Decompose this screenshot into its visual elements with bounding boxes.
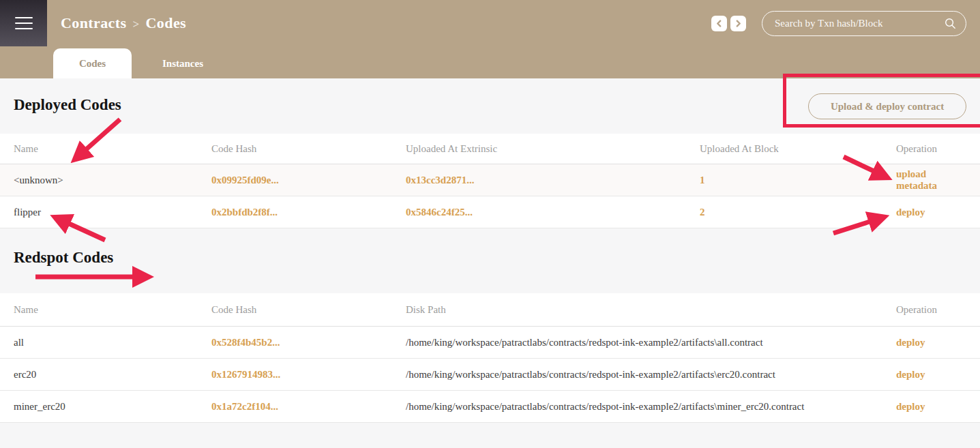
redspot-table-header: Name Code Hash Disk Path Operation [0,293,980,327]
column-header-disk-path: Disk Path [406,304,896,316]
table-row: miner_erc20 0x1a72c2f104... /home/king/w… [0,391,980,423]
column-header-code-hash: Code Hash [211,304,406,316]
table-row: erc20 0x1267914983... /home/king/workspa… [0,359,980,391]
column-header-uploaded-at-block: Uploaded At Block [700,143,896,155]
operation-deploy-link[interactable]: deploy [896,207,966,218]
code-name: miner_erc20 [14,401,211,413]
chevron-left-icon [715,20,723,27]
code-hash-link[interactable]: 0x528f4b45b2... [211,337,406,348]
column-header-code-hash: Code Hash [211,143,406,155]
deployed-codes-section-head: Deployed Codes Upload & deploy contract [0,78,980,134]
search-input[interactable] [775,18,944,29]
disk-path: /home/king/workspace/patractlabs/contrac… [406,401,896,413]
redspot-codes-title: Redspot Codes [14,249,113,267]
hamburger-icon [15,23,33,24]
hamburger-icon [15,28,33,29]
code-hash-link[interactable]: 0x2bbfdb2f8f... [211,207,406,218]
code-name: erc20 [14,369,211,380]
table-row: all 0x528f4b45b2... /home/king/workspace… [0,327,980,359]
column-header-operation: Operation [896,143,966,155]
column-header-name: Name [14,143,211,155]
breadcrumb: Contracts > Codes [61,14,186,32]
breadcrumb-page: Codes [146,14,186,32]
search-icon[interactable] [944,17,957,30]
operation-deploy-link[interactable]: deploy [896,401,966,413]
block-link[interactable]: 2 [700,207,896,218]
prev-button[interactable] [711,16,727,31]
tab-instances[interactable]: Instances [132,48,234,78]
breadcrumb-section[interactable]: Contracts [61,14,126,32]
tab-bar: Codes Instances [0,46,980,78]
hamburger-menu-button[interactable] [0,0,47,46]
extrinsic-link[interactable]: 0x5846c24f25... [406,207,700,218]
redspot-codes-section-head: Redspot Codes [0,228,980,293]
column-header-operation: Operation [896,304,966,316]
operation-deploy-link[interactable]: deploy [896,337,966,348]
code-name: all [14,337,211,348]
code-hash-link[interactable]: 0x09925fd09e... [211,175,406,186]
table-row: <unknown> 0x09925fd09e... 0x13cc3d2871..… [0,164,980,196]
deployed-codes-title: Deployed Codes [14,96,121,114]
code-name: flipper [14,207,211,218]
disk-path: /home/king/workspace/patractlabs/contrac… [406,337,896,348]
code-hash-link[interactable]: 0x1267914983... [211,369,406,380]
operation-upload-metadata-link[interactable]: upload metadata [896,168,966,192]
code-hash-link[interactable]: 0x1a72c2f104... [211,401,406,413]
deployed-table-header: Name Code Hash Uploaded At Extrinsic Upl… [0,134,980,164]
chevron-right-icon [734,20,742,27]
deployed-codes-table: Name Code Hash Uploaded At Extrinsic Upl… [0,134,980,228]
redspot-codes-table: Name Code Hash Disk Path Operation all 0… [0,293,980,423]
code-name: <unknown> [14,175,211,186]
extrinsic-link[interactable]: 0x13cc3d2871... [406,175,700,186]
header-actions [711,11,966,36]
next-button[interactable] [730,16,746,31]
contracts-codes-page: Contracts > Codes Codes Instances Deploy… [0,0,980,448]
tab-codes[interactable]: Codes [53,48,132,78]
upload-deploy-contract-button[interactable]: Upload & deploy contract [808,93,966,119]
block-link[interactable]: 1 [700,175,896,186]
column-header-uploaded-at-extrinsic: Uploaded At Extrinsic [406,143,700,155]
hamburger-icon [15,17,33,18]
app-header: Contracts > Codes [0,0,980,46]
breadcrumb-separator: > [132,18,139,31]
search-bar [762,11,966,36]
column-header-name: Name [14,304,211,316]
operation-deploy-link[interactable]: deploy [896,369,966,380]
disk-path: /home/king/workspace/patractlabs/contrac… [406,369,896,380]
table-row: flipper 0x2bbfdb2f8f... 0x5846c24f25... … [0,196,980,228]
